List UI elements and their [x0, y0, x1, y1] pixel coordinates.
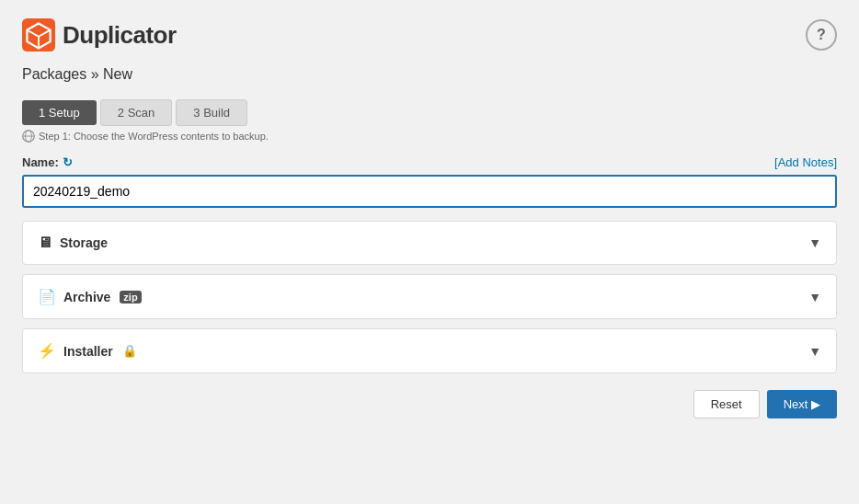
- accordion-storage-header[interactable]: 🖥 Storage ▼: [23, 222, 836, 264]
- storage-icon: 🖥: [38, 235, 52, 251]
- name-input[interactable]: [22, 175, 837, 208]
- next-button[interactable]: Next ▶: [767, 390, 837, 418]
- header: Duplicator ?: [22, 18, 837, 52]
- accordion-storage: 🖥 Storage ▼: [22, 221, 837, 265]
- accordion-installer-left: ⚡ Installer 🔒: [38, 342, 137, 360]
- installer-label: Installer: [63, 344, 113, 359]
- breadcrumb: Packages » New: [22, 66, 837, 83]
- archive-label: Archive: [63, 290, 110, 304]
- accordion-archive-header[interactable]: 📄 Archive zip ▼: [23, 275, 836, 318]
- storage-label: Storage: [60, 235, 108, 250]
- accordion-installer-header[interactable]: ⚡ Installer 🔒 ▼: [23, 329, 836, 372]
- reset-button[interactable]: Reset: [693, 390, 760, 418]
- installer-chevron-icon: ▼: [808, 344, 821, 359]
- footer-row: Reset Next ▶: [22, 390, 837, 418]
- archive-badge: zip: [120, 291, 141, 304]
- installer-lock-icon: 🔒: [122, 344, 137, 358]
- archive-chevron-icon: ▼: [808, 290, 821, 304]
- add-notes-link[interactable]: [Add Notes]: [774, 155, 837, 169]
- help-button[interactable]: ?: [806, 19, 837, 51]
- name-row: Name: ↻ [Add Notes]: [22, 155, 837, 169]
- step-3-build[interactable]: 3 Build: [176, 99, 247, 126]
- step-2-scan[interactable]: 2 Scan: [100, 99, 172, 126]
- step-hint: Step 1: Choose the WordPress contents to…: [22, 130, 837, 143]
- step-1-setup[interactable]: 1 Setup: [22, 100, 97, 125]
- accordion-storage-left: 🖥 Storage: [38, 235, 108, 251]
- accordion-archive-left: 📄 Archive zip: [38, 288, 142, 305]
- storage-chevron-icon: ▼: [808, 235, 821, 250]
- steps-row: 1 Setup 2 Scan 3 Build: [22, 99, 837, 126]
- installer-icon: ⚡: [38, 342, 56, 360]
- accordion-archive: 📄 Archive zip ▼: [22, 274, 837, 319]
- name-label: Name: ↻: [22, 155, 73, 169]
- accordion-installer: ⚡ Installer 🔒 ▼: [22, 328, 837, 373]
- name-refresh-icon[interactable]: ↻: [63, 155, 73, 169]
- archive-icon: 📄: [38, 288, 56, 305]
- logo-icon: [22, 18, 55, 52]
- logo-area: Duplicator: [22, 18, 177, 52]
- app-logo-text: Duplicator: [63, 21, 177, 50]
- wordpress-icon: [22, 130, 35, 143]
